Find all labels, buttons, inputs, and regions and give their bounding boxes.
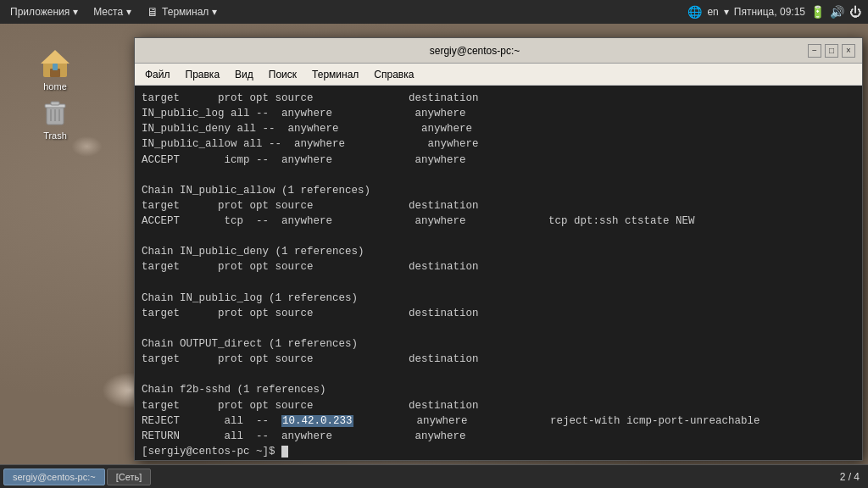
maximize-button[interactable]: □ bbox=[825, 44, 838, 58]
close-button[interactable]: × bbox=[842, 44, 855, 58]
desktop: Приложения ▾ Места ▾ 🖥 Терминал ▾ 🌐 en ▾… bbox=[0, 0, 868, 488]
terminal-content[interactable]: target prot opt source destination IN_pu… bbox=[135, 86, 862, 460]
terminal-line-11: target prot opt source destination bbox=[142, 259, 855, 274]
terminal-line-18 bbox=[142, 367, 855, 382]
terminal-line-12 bbox=[142, 275, 855, 291]
battery-icon: 🔋 bbox=[810, 5, 825, 19]
power-icon[interactable]: ⏻ bbox=[849, 5, 861, 19]
applications-menu[interactable]: Приложения ▾ bbox=[3, 3, 85, 20]
terminal-line-3: IN_public_allow all -- anywhere anywhere bbox=[142, 136, 855, 152]
terminal-line-14: target prot opt source destination bbox=[142, 306, 855, 321]
title-bar: sergiy@centos-pc:~ − □ × bbox=[135, 38, 862, 64]
terminal-line-15 bbox=[142, 321, 855, 336]
svg-rect-6 bbox=[51, 102, 59, 105]
terminal-line-22: RETURN all -- anywhere anywhere bbox=[142, 429, 855, 444]
menu-edit[interactable]: Правка bbox=[179, 66, 227, 83]
terminal-line-8: ACCEPT tcp -- anywhere anywhere tcp dpt:… bbox=[142, 214, 855, 229]
taskbar-page-info: 2 / 4 bbox=[840, 471, 868, 483]
cursor bbox=[281, 446, 288, 458]
terminal-prompt: [sergiy@centos-pc ~]$ bbox=[142, 444, 855, 459]
applications-arrow: ▾ bbox=[73, 6, 78, 18]
places-menu[interactable]: Места ▾ bbox=[86, 3, 138, 20]
task-network[interactable]: [Сеть] bbox=[107, 469, 152, 485]
trash-icon-label: Trash bbox=[43, 130, 67, 141]
terminal-line-2: IN_public_deny all -- anywhere anywhere bbox=[142, 121, 855, 136]
terminal-line-17: target prot opt source destination bbox=[142, 352, 855, 367]
terminal-line-6: Chain IN_public_allow (1 references) bbox=[142, 183, 855, 198]
highlighted-ip: 10.42.0.233 bbox=[281, 415, 353, 427]
trash-icon bbox=[38, 95, 72, 129]
home-icon bbox=[38, 46, 72, 80]
window-title: sergiy@centos-pc:~ bbox=[142, 45, 808, 57]
places-arrow: ▾ bbox=[126, 6, 131, 18]
terminal-menu-bar: Файл Правка Вид Поиск Терминал Справка bbox=[135, 64, 862, 86]
terminal-line-4: ACCEPT icmp -- anywhere anywhere bbox=[142, 152, 855, 168]
applications-label: Приложения bbox=[10, 6, 70, 18]
terminal-line-9 bbox=[142, 229, 855, 244]
task-terminal[interactable]: sergiy@centos-pc:~ bbox=[3, 469, 105, 485]
network-icon[interactable]: 🌐 bbox=[687, 5, 702, 19]
terminal-line-7: target prot opt source destination bbox=[142, 198, 855, 214]
menu-file[interactable]: Файл bbox=[138, 66, 177, 83]
svg-rect-3 bbox=[53, 64, 58, 70]
terminal-line-19: Chain f2b-sshd (1 references) bbox=[142, 382, 855, 397]
terminal-line-10: Chain IN_public_deny (1 references) bbox=[142, 244, 855, 259]
terminal-menu[interactable]: 🖥 Терминал ▾ bbox=[140, 3, 224, 21]
menu-search[interactable]: Поиск bbox=[262, 66, 303, 83]
terminal-line-1: IN_public_log all -- anywhere anywhere bbox=[142, 106, 855, 121]
terminal-menu-icon: 🖥 bbox=[147, 5, 159, 19]
taskbar-top: Приложения ▾ Места ▾ 🖥 Терминал ▾ 🌐 en ▾… bbox=[0, 0, 868, 24]
home-desktop-icon[interactable]: home bbox=[25, 42, 85, 95]
menu-terminal[interactable]: Терминал bbox=[305, 66, 365, 83]
window-controls: − □ × bbox=[808, 44, 855, 58]
terminal-line-13: Chain IN_public_log (1 references) bbox=[142, 291, 855, 306]
terminal-menu-arrow: ▾ bbox=[212, 6, 217, 18]
sound-icon[interactable]: 🔊 bbox=[830, 5, 844, 19]
menu-help[interactable]: Справка bbox=[367, 66, 420, 83]
svg-marker-1 bbox=[41, 50, 70, 64]
places-label: Места bbox=[93, 6, 123, 18]
lang-indicator[interactable]: en bbox=[707, 6, 718, 18]
taskbar-bottom: sergiy@centos-pc:~ [Сеть] 2 / 4 bbox=[0, 464, 868, 488]
terminal-line-21: REJECT all -- 10.42.0.233 anywhere rejec… bbox=[142, 413, 855, 429]
terminal-menu-label: Терминал bbox=[162, 6, 209, 18]
datetime-label: Пятница, 09:15 bbox=[734, 6, 805, 18]
terminal-window: sergiy@centos-pc:~ − □ × Файл Правка Вид… bbox=[134, 37, 863, 461]
home-icon-label: home bbox=[43, 81, 67, 92]
terminal-line-0: target prot opt source destination bbox=[142, 91, 855, 106]
terminal-line-16: Chain OUTPUT_direct (1 references) bbox=[142, 336, 855, 352]
terminal-line-20: target prot opt source destination bbox=[142, 398, 855, 413]
top-right-area: 🌐 en ▾ Пятница, 09:15 🔋 🔊 ⏻ bbox=[687, 5, 868, 19]
minimize-button[interactable]: − bbox=[808, 44, 821, 58]
arrow-lang: ▾ bbox=[724, 6, 729, 18]
menu-view[interactable]: Вид bbox=[228, 66, 260, 83]
trash-desktop-icon[interactable]: Trash bbox=[25, 92, 85, 144]
taskbar-task-items: sergiy@centos-pc:~ [Сеть] bbox=[0, 469, 840, 485]
terminal-line-5 bbox=[142, 168, 855, 183]
top-left-menus: Приложения ▾ Места ▾ 🖥 Терминал ▾ bbox=[0, 3, 224, 21]
